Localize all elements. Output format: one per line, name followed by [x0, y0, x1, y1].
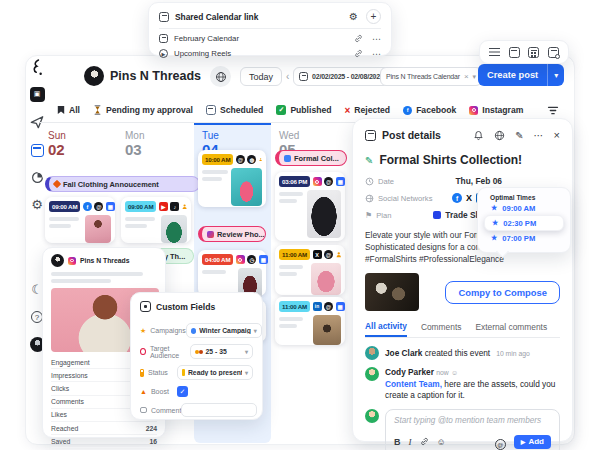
view-switcher	[479, 40, 569, 64]
month-view-icon[interactable]	[528, 47, 539, 58]
bookmark-icon	[57, 105, 65, 115]
calendar-select[interactable]: Pins N Threads Calendar × ▾	[380, 67, 482, 86]
threads-icon: @	[324, 177, 333, 186]
facebook-icon[interactable]: f	[452, 193, 462, 203]
event-card-tue-1[interactable]: 10:00 AM @ ◍	[198, 150, 266, 207]
analytics-icon[interactable]	[29, 169, 45, 185]
week-view-icon[interactable]	[509, 47, 520, 58]
add-comment-button[interactable]: ▶Add	[514, 435, 551, 449]
winter-icon	[191, 328, 197, 334]
shared-calendar-link-row[interactable]: Shared Calendar link ⚙ +	[159, 8, 381, 25]
link-icon[interactable]	[354, 34, 363, 43]
day-header-sun[interactable]: Sun02	[48, 130, 66, 158]
event-formal-collection[interactable]: Formal Col...	[275, 150, 347, 166]
agenda-view-icon[interactable]	[548, 47, 559, 58]
event-fall-clothing[interactable]: Fall Clothing Annoucement	[45, 176, 200, 192]
today-button[interactable]: Today	[240, 67, 282, 86]
title-edit-icon[interactable]: ✎	[365, 155, 373, 166]
x-icon[interactable]: X	[466, 193, 472, 203]
calendar-icon	[159, 12, 169, 22]
status-select[interactable]: Ready to present▾	[177, 365, 253, 380]
clear-icon[interactable]: ×	[464, 72, 469, 81]
reel-icon: ▶	[159, 49, 168, 58]
photo-icon	[207, 231, 214, 238]
create-post-dropdown[interactable]: ▾	[548, 71, 564, 80]
emoji-icon[interactable]: ☺	[437, 437, 446, 447]
activity-row: Cody Parker now ☺ Content Team, here are…	[353, 360, 572, 402]
italic-icon[interactable]: I	[409, 437, 412, 447]
comment-composer[interactable]: Start typing @to mention team members B …	[385, 409, 560, 450]
tab-comments[interactable]: Comments	[421, 322, 462, 336]
event-card-sun[interactable]: 09:00 AM f @ ▦	[45, 197, 115, 243]
settings-gear-icon[interactable]: ⚙	[349, 11, 358, 22]
settings-gear-icon[interactable]: ⚙	[29, 196, 45, 212]
filter-facebook[interactable]: f Facebook	[403, 105, 456, 115]
battery-icon	[140, 369, 144, 377]
threads-icon: @	[324, 250, 333, 259]
brand-logo-icon	[29, 59, 45, 75]
more-options-icon[interactable]: ⋯	[372, 49, 381, 59]
bold-icon[interactable]: B	[394, 437, 401, 447]
close-panel-icon[interactable]: ×	[554, 129, 560, 141]
add-calendar-button[interactable]: +	[366, 9, 381, 24]
tab-all-activity[interactable]: All activity	[365, 321, 407, 337]
post-details-calendar-icon	[365, 130, 376, 141]
list-view-icon[interactable]	[489, 48, 500, 57]
tiktok-icon: ♪	[170, 202, 179, 211]
event-card-tue-2[interactable]: 04:00 AM ◷ ▦	[198, 250, 266, 296]
campaigns-select[interactable]: Winter Campaign▾	[186, 323, 262, 338]
event-card-wed-2[interactable]: 11:00 AM X @	[275, 245, 345, 295]
comment-field-input[interactable]	[181, 403, 257, 417]
x-icon: X	[313, 250, 322, 259]
optimal-time-option[interactable]: ★09:00 AM	[484, 201, 564, 215]
event-card-mon[interactable]: 09:00 AM ▶ ♪	[121, 197, 191, 243]
day-header-mon[interactable]: Mon03	[125, 130, 144, 158]
boost-checkbox[interactable]: ✓	[177, 386, 188, 397]
planner-icon: ▦	[259, 255, 268, 264]
tab-external-comments[interactable]: External comments	[475, 322, 547, 336]
create-post-button[interactable]: Create post ▾	[478, 64, 564, 86]
copy-to-compose-button[interactable]: Compy to Compose	[445, 281, 560, 304]
filter-instagram[interactable]: Instagram	[469, 105, 523, 115]
activity-row: Joe Clark created this event 10 min ago	[353, 338, 572, 360]
comment-input[interactable]: Start typing @to mention team members	[394, 416, 551, 425]
planner-icon: ▦	[336, 177, 345, 186]
composer-avatar	[365, 409, 379, 423]
optimal-time-option[interactable]: ★07:00 PM	[484, 231, 564, 245]
notifications-bell-icon[interactable]	[473, 130, 484, 141]
brand-name: Pins N Threads	[110, 69, 201, 83]
more-options-icon[interactable]: ⋯	[372, 34, 381, 44]
event-review-photos[interactable]: Review Pho...	[198, 226, 266, 242]
instagram-icon	[68, 257, 76, 265]
post-photo	[307, 190, 341, 238]
filter-scheduled[interactable]: Scheduled	[206, 105, 263, 115]
audience-select[interactable]: 25 - 35▾	[190, 344, 253, 359]
gif-icon[interactable]: @	[495, 433, 506, 450]
link-icon[interactable]	[354, 49, 363, 58]
more-options-icon[interactable]: ⋯	[534, 130, 544, 141]
share-globe-icon[interactable]	[494, 130, 505, 141]
field-campaigns: ★Campaigns Winter Campaign▾	[140, 323, 253, 338]
link-icon[interactable]	[420, 437, 429, 446]
workspace-avatar[interactable]: ▣	[29, 86, 45, 102]
filter-pending[interactable]: Pending my approval	[93, 105, 193, 115]
account-name: Pins N Threads	[80, 257, 129, 264]
february-calendar-row[interactable]: February Calendar ⋯	[159, 32, 381, 45]
post-photo	[311, 263, 341, 295]
calendar-icon	[299, 72, 308, 81]
optimal-time-option[interactable]: ★02:30 PM	[484, 215, 564, 231]
filter-funnel-icon[interactable]	[547, 101, 559, 119]
next-week-arrow[interactable]: ›	[372, 71, 375, 82]
event-card-wed-3[interactable]: 11:00 AM in @ ▦	[275, 297, 345, 345]
edit-pencil-icon[interactable]: ✎	[515, 130, 523, 141]
upcoming-reels-row[interactable]: ▶ Upcoming Reels ⋯	[159, 47, 381, 60]
shirt-icon	[284, 155, 291, 162]
post-media-thumbnail[interactable]	[365, 273, 419, 311]
calendar-nav-icon[interactable]	[29, 142, 45, 158]
timezone-globe-button[interactable]	[210, 66, 231, 87]
filter-rejected[interactable]: × Rejected	[344, 105, 390, 116]
filter-all[interactable]: All	[57, 105, 80, 115]
filter-published[interactable]: ✓ Published	[276, 105, 331, 115]
event-card-wed-1[interactable]: 03:06 PM @ ▦	[275, 172, 345, 241]
prev-week-arrow[interactable]: ‹	[286, 71, 289, 82]
